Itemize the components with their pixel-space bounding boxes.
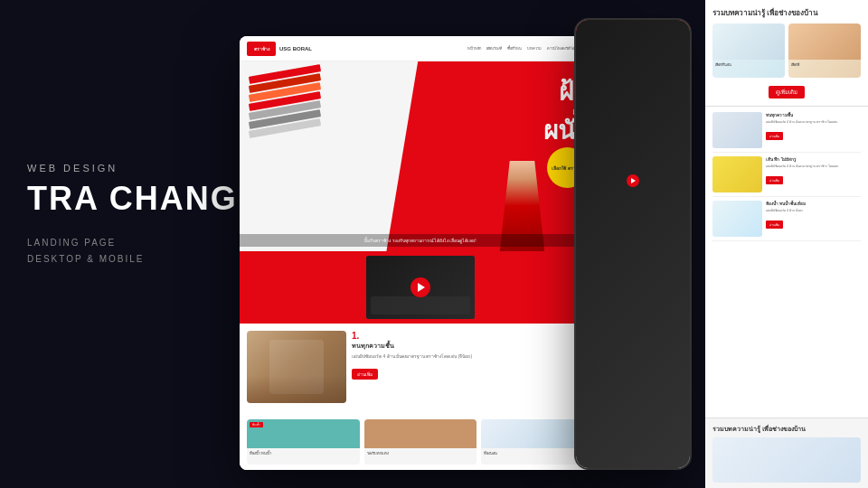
desktop-nav: ตราช้าง USG BORAL หน้าหลัก ผลิตภัณฑ์ ซื้… bbox=[240, 36, 601, 61]
product-grid: 1. ทนทุกความชื้น แผ่นยิปซัมบอร์ด 4 ด้าน … bbox=[247, 331, 594, 403]
right-card-text-2: เลือกสี bbox=[788, 60, 861, 70]
tra-chang-logo: ตราช้าง bbox=[247, 42, 276, 56]
right-product-info-3: ห้องน้ำ ทนน้ำชั้นเยี่ยม แผ่นยิปซัมบอร์ด … bbox=[766, 201, 861, 237]
mobile-mockup: ตราช้าง USG BORAL ตราช้าง ฝ้าและผนัง เลื… bbox=[574, 18, 692, 470]
subtitle-line2: DESKTOP & MOBILE bbox=[27, 254, 144, 264]
bottom-card-img-1 bbox=[247, 419, 360, 448]
desktop-products-section: 1. ทนทุกความชื้น แผ่นยิปซัมบอร์ด 4 ด้าน … bbox=[240, 324, 601, 414]
mobile-video-thumb[interactable] bbox=[601, 162, 665, 200]
product-stack-area bbox=[244, 70, 335, 179]
bottom-card-text-2: รองรับตกแต่ง bbox=[364, 448, 477, 458]
right-card-text-1: เลือกที่นอน bbox=[712, 60, 785, 70]
right-btn-area: ดูเพิ่มเติม bbox=[712, 81, 861, 99]
right-product-item-1: ทนทุกความชื้น แผ่นยิปซัมบอร์ด 4 ด้าน มั่… bbox=[712, 112, 861, 153]
bottom-card-text-1: ห้องน้ำ ทนน้ำ bbox=[247, 448, 360, 458]
product-detail: 1. ทนทุกความชื้น แผ่นยิปซัมบอร์ด 4 ด้าน … bbox=[352, 331, 594, 380]
right-product-thumb-2 bbox=[712, 156, 762, 192]
right-product-title-2: เส้น ทึก ไม่มีสกรู bbox=[766, 156, 861, 163]
right-product-btn-3[interactable]: อ่านเพิ่ม bbox=[766, 221, 783, 229]
product-number: 1. bbox=[352, 331, 594, 341]
right-cards-row: เลือกที่นอน เลือกสี bbox=[712, 23, 861, 78]
project-subtitle: LANDING PAGE DESKTOP & MOBILE bbox=[27, 235, 238, 267]
right-card-img-1 bbox=[712, 23, 785, 60]
right-card-img-2 bbox=[788, 23, 861, 60]
product-stack bbox=[244, 70, 326, 170]
right-card-2: เลือกสี bbox=[788, 23, 861, 78]
right-product-thumb-inner-1 bbox=[712, 112, 762, 148]
bottom-card-1: ห้องน้ำ ห้องน้ำ ทนน้ำ bbox=[247, 419, 360, 465]
bottom-card-2: รองรับตกแต่ง bbox=[364, 419, 477, 465]
right-product-info-2: เส้น ทึก ไม่มีสกรู แผ่นยิปซัมบอร์ด 4 ด้า… bbox=[766, 156, 861, 192]
right-middle: ทนทุกความชื้น แผ่นยิปซัมบอร์ด 4 ด้าน มั่… bbox=[705, 107, 868, 418]
product-image bbox=[247, 331, 346, 403]
right-room-img bbox=[712, 437, 861, 483]
right-top-title: รวมบทความน่ารู้ เพื่อช่างของบ้าน bbox=[712, 7, 861, 19]
right-product-desc-2: แผ่นยิปซัมบอร์ด 4 ด้าน มั่นคงมาตรฐาน ตรา… bbox=[766, 164, 861, 169]
right-product-thumb-1 bbox=[712, 112, 762, 148]
right-product-thumb-3 bbox=[712, 201, 762, 237]
web-design-tag: WEB DESIGN bbox=[27, 163, 238, 174]
bottom-card-row: ห้องน้ำ ห้องน้ำ ทนน้ำ รองรับตกแต่ง ห้องน… bbox=[247, 419, 594, 465]
nav-articles[interactable]: บทความ bbox=[527, 45, 542, 52]
right-top-section: รวมบทความน่ารู้ เพื่อช่างของบ้าน เลือกที… bbox=[705, 0, 868, 107]
right-product-title-1: ทนทุกความชื้น bbox=[766, 112, 861, 118]
nav-where[interactable]: ซื้อที่ไหน bbox=[507, 45, 522, 52]
right-product-item-3: ห้องน้ำ ทนน้ำชั้นเยี่ยม แผ่นยิปซัมบอร์ด … bbox=[712, 201, 861, 241]
product-img-placeholder bbox=[269, 340, 324, 394]
mobile-video-section bbox=[576, 158, 690, 203]
right-view-more-btn[interactable]: ดูเพิ่มเติม bbox=[769, 86, 805, 99]
logo-text: ตราช้าง bbox=[254, 45, 269, 52]
bottom-card-badge-1: ห้องน้ำ bbox=[250, 422, 263, 427]
play-button[interactable] bbox=[410, 277, 430, 297]
hero-subtext: ยิ้มรับตราช้าง รองรับทุกสถานการณ์ได้ยังไ… bbox=[240, 234, 601, 247]
right-product-info-1: ทนทุกความชื้น แผ่นยิปซัมบอร์ด 4 ด้าน มั่… bbox=[766, 112, 861, 148]
product-desc: แผ่นยิปซัมบอร์ด 4 ด้าน มั่นคงมาตรฐาน ตรา… bbox=[352, 353, 594, 360]
subtitle-line1: LANDING PAGE bbox=[27, 238, 116, 248]
mobile-video-bg bbox=[576, 20, 690, 468]
right-product-desc-3: แผ่นยิปซัมบอร์ด 4 ด้าน มั่นคง bbox=[766, 209, 861, 213]
right-panel: รวมบทความน่ารู้ เพื่อช่างของบ้าน เลือกที… bbox=[705, 0, 868, 488]
right-product-list: ทนทุกความชื้น แผ่นยิปซัมบอร์ด 4 ด้าน มั่… bbox=[712, 112, 861, 241]
nav-download[interactable]: ดาวน์โหลด/วิดีโอ bbox=[547, 45, 574, 52]
right-bottom: รวมบทความน่ารู้ เพื่อช่างของบ้าน bbox=[705, 418, 868, 488]
desktop-bottom-cards: ห้องน้ำ ห้องน้ำ ทนน้ำ รองรับตกแต่ง ห้องน… bbox=[240, 414, 601, 470]
right-product-title-3: ห้องน้ำ ทนน้ำชั้นเยี่ยม bbox=[766, 201, 861, 207]
bottom-card-img-2 bbox=[364, 419, 477, 448]
nav-products[interactable]: ผลิตภัณฑ์ bbox=[486, 45, 502, 52]
product-name: ทนทุกความชื้น bbox=[352, 341, 594, 351]
video-thumbnail[interactable] bbox=[366, 256, 475, 319]
left-label-area: WEB DESIGN TRA CHANG LANDING PAGE DESKTO… bbox=[27, 163, 238, 267]
play-triangle-icon bbox=[418, 283, 425, 292]
nav-home[interactable]: หน้าหลัก bbox=[467, 45, 481, 52]
project-title: TRA CHANG bbox=[27, 181, 238, 217]
right-card-1: เลือกที่นอน bbox=[712, 23, 785, 78]
right-product-btn-1[interactable]: อ่านเพิ่ม bbox=[766, 132, 783, 140]
desktop-logo-area: ตราช้าง USG BORAL bbox=[247, 42, 312, 56]
product-read-more-btn[interactable]: อ่านเพิ่ม bbox=[352, 369, 378, 380]
desktop-video-section bbox=[240, 251, 601, 324]
video-overlay bbox=[371, 296, 470, 314]
desktop-hero: ฝ้า และ ผนัง เลือกใช้ ตราช้าง ยิ้มรับตรา… bbox=[240, 61, 601, 251]
mobile-play-btn[interactable] bbox=[627, 174, 639, 187]
desktop-mockup: ตราช้าง USG BORAL หน้าหลัก ผลิตภัณฑ์ ซื้… bbox=[240, 36, 601, 470]
usg-boral-logo: USG BORAL bbox=[279, 46, 312, 52]
right-product-btn-2[interactable]: อ่านเพิ่ม bbox=[766, 176, 783, 184]
right-product-desc-1: แผ่นยิปซัมบอร์ด 4 ด้าน มั่นคงมาตรฐาน ตรา… bbox=[766, 120, 861, 125]
mobile-play-triangle-icon bbox=[631, 178, 636, 183]
right-product-item-2: เส้น ทึก ไม่มีสกรู แผ่นยิปซัมบอร์ด 4 ด้า… bbox=[712, 156, 861, 197]
product-img-inner bbox=[247, 331, 346, 403]
right-bottom-title: รวมบทความน่ารู้ เพื่อช่างของบ้าน bbox=[712, 424, 861, 434]
